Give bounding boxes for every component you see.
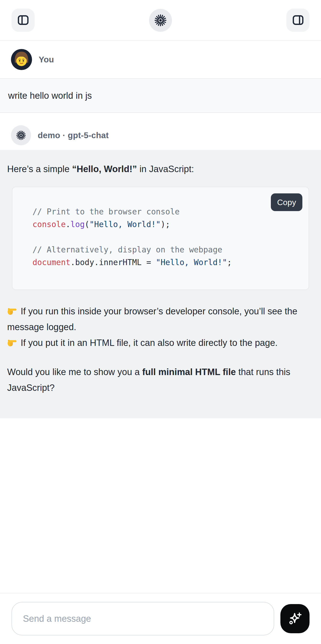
sidebar-toggle-button[interactable] [11,8,35,32]
panel-left-icon [17,14,29,26]
assistant-message-header: demo · gpt-5-chat [0,124,321,150]
sparkle-icon [287,610,303,627]
person-emoji [11,49,32,70]
assistant-model-label: demo · gpt-5-chat [38,130,109,140]
app-logo-badge [149,9,172,32]
burst-logo-icon [15,130,26,141]
code-line: document.body.innerHTML = "Hello, World!… [32,256,302,269]
burst-logo-icon [154,14,167,27]
code-line [32,231,302,243]
assistant-message-bubble: Here’s a simple “Hello, World!” in JavaS… [0,150,321,418]
top-bar [0,0,321,41]
spacer [0,418,321,593]
user-name-label: You [39,55,54,64]
user-message-header: You [0,41,321,78]
code-line: // Alternatively, display on the webpage [32,243,302,256]
message-input[interactable] [11,602,274,636]
spacer [0,113,321,124]
code-line: console.log("Hello, World!"); [32,218,302,231]
user-message-text: write hello world in js [8,90,92,101]
user-avatar [11,49,32,70]
code-line: // Print to the browser console [32,205,302,218]
send-button[interactable] [280,604,310,633]
tip-line: If you run this inside your browser’s de… [7,303,306,335]
assistant-avatar [11,125,31,145]
assistant-intro-text: Here’s a simple “Hello, World!” in JavaS… [7,161,306,177]
point-right-emoji [7,336,18,346]
user-message-bubble: write hello world in js [0,78,321,113]
point-right-emoji [7,304,18,314]
code-content: // Print to the browser consoleconsole.l… [12,187,309,269]
assistant-followup-text: Would you like me to show you a full min… [7,364,306,396]
code-block: Copy // Print to the browser consolecons… [12,187,309,290]
panel-right-icon [292,14,304,26]
composer-bar [0,593,321,644]
assistant-tips-text: If you run this inside your browser’s de… [7,303,306,351]
copy-button[interactable]: Copy [271,194,302,211]
right-panel-toggle-button[interactable] [286,8,310,32]
tip-line: If you put it in an HTML file, it can al… [7,335,306,351]
